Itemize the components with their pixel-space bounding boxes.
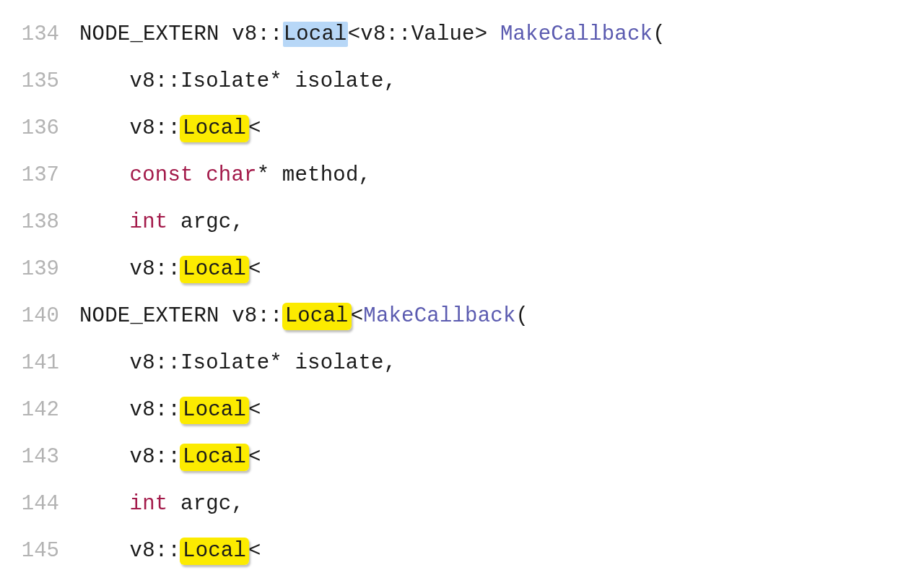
code-token: v8::Isolate* isolate, xyxy=(130,351,397,375)
code-token: v8:: xyxy=(130,398,180,422)
selection-highlight: Local xyxy=(283,22,348,47)
code-line[interactable]: 134NODE_EXTERN v8::Local<v8::Value> Make… xyxy=(0,11,924,58)
code-token: NODE_EXTERN v8:: xyxy=(79,304,283,328)
line-number: 144 xyxy=(0,493,79,514)
code-token: v8:: xyxy=(130,116,180,140)
line-number: 138 xyxy=(0,212,79,233)
code-token: const xyxy=(130,163,193,187)
code-line[interactable]: 138int argc, xyxy=(0,199,924,246)
search-match-highlight: Local xyxy=(180,256,249,283)
code-content[interactable]: v8::Isolate* isolate, xyxy=(79,353,924,374)
code-token: MakeCallback xyxy=(500,22,653,46)
code-line[interactable]: 144int argc, xyxy=(0,480,924,527)
code-line[interactable]: 139v8::Local< xyxy=(0,246,924,293)
code-content[interactable]: NODE_EXTERN v8::Local<v8::Value> MakeCal… xyxy=(79,24,924,45)
code-content[interactable]: int argc, xyxy=(79,493,924,514)
code-token: v8:: xyxy=(130,539,180,563)
code-content[interactable]: v8::Local< xyxy=(79,447,924,467)
code-token: v8:: xyxy=(130,257,180,281)
line-number: 139 xyxy=(0,259,79,280)
code-content[interactable]: v8::Local< xyxy=(79,118,924,139)
code-token: int xyxy=(130,492,168,516)
code-token: < xyxy=(248,398,261,422)
code-line[interactable]: 135v8::Isolate* isolate, xyxy=(0,58,924,105)
code-token: < xyxy=(248,116,261,140)
search-match-highlight: Local xyxy=(180,444,249,471)
code-token: ( xyxy=(516,304,529,328)
code-editor[interactable]: 134NODE_EXTERN v8::Local<v8::Value> Make… xyxy=(0,11,924,574)
line-number: 145 xyxy=(0,540,79,561)
search-match-highlight: Local xyxy=(180,397,249,424)
code-token: < xyxy=(351,304,364,328)
code-content[interactable]: v8::Isolate* isolate, xyxy=(79,71,924,92)
code-line[interactable]: 143v8::Local< xyxy=(0,434,924,480)
code-content[interactable]: NODE_EXTERN v8::Local<MakeCallback( xyxy=(79,306,924,327)
code-token: < xyxy=(248,539,261,563)
search-match-highlight: Local xyxy=(180,115,249,142)
line-number: 142 xyxy=(0,400,79,420)
search-match-highlight: Local xyxy=(282,303,352,330)
line-number: 143 xyxy=(0,447,79,467)
code-line[interactable]: 136v8::Local< xyxy=(0,105,924,152)
code-token: NODE_EXTERN v8:: xyxy=(79,22,283,46)
code-token: * method, xyxy=(257,163,371,187)
code-token: MakeCallback xyxy=(363,304,515,328)
code-token: char xyxy=(206,163,256,187)
code-token: argc, xyxy=(167,210,244,234)
code-token: ( xyxy=(653,22,666,46)
line-number: 135 xyxy=(0,71,79,92)
code-line[interactable]: 145v8::Local< xyxy=(0,527,924,574)
code-token: v8:: xyxy=(130,445,180,469)
code-token: < xyxy=(248,445,261,469)
code-content[interactable]: const char* method, xyxy=(79,165,924,186)
code-line[interactable]: 137const char* method, xyxy=(0,152,924,199)
code-line[interactable]: 141v8::Isolate* isolate, xyxy=(0,340,924,387)
line-number: 141 xyxy=(0,353,79,374)
search-match-highlight: Local xyxy=(180,538,249,565)
code-token xyxy=(193,163,206,187)
code-content[interactable]: v8::Local< xyxy=(79,540,924,561)
line-number: 136 xyxy=(0,118,79,139)
line-number: 134 xyxy=(0,24,79,45)
code-token: v8::Isolate* isolate, xyxy=(130,69,397,93)
line-number: 140 xyxy=(0,306,79,327)
code-content[interactable]: int argc, xyxy=(79,212,924,233)
code-token: < xyxy=(248,257,261,281)
line-number: 137 xyxy=(0,165,79,186)
code-line[interactable]: 140NODE_EXTERN v8::Local<MakeCallback( xyxy=(0,293,924,340)
code-token: argc, xyxy=(167,492,244,516)
code-content[interactable]: v8::Local< xyxy=(79,259,924,280)
code-token: <v8::Value> xyxy=(348,22,500,46)
code-line[interactable]: 142v8::Local< xyxy=(0,387,924,434)
code-token: int xyxy=(130,210,168,234)
code-content[interactable]: v8::Local< xyxy=(79,400,924,420)
